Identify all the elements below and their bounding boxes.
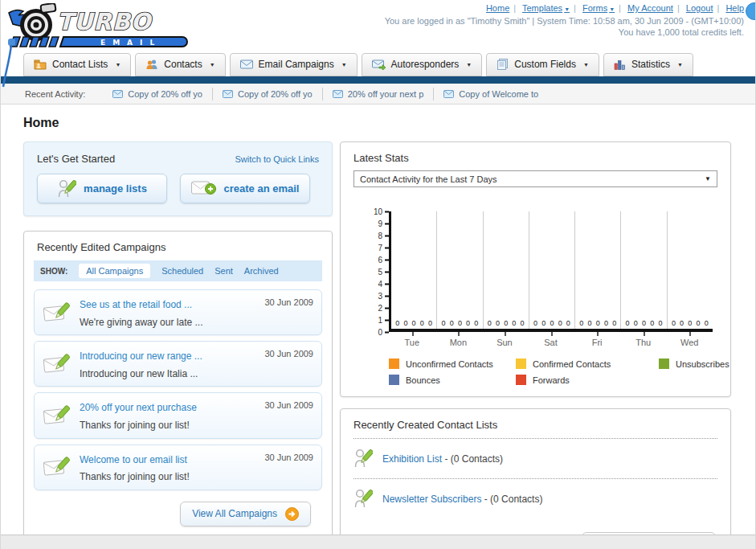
- envelope-plus-icon: [191, 180, 217, 198]
- chart-y-tick: 9: [378, 219, 389, 228]
- chart-value-label: 0: [504, 319, 508, 327]
- recent-activity-item[interactable]: Copy of 20% off yo: [103, 88, 213, 100]
- chart-y-tick: 6: [378, 256, 389, 264]
- pages-icon: [497, 59, 509, 70]
- campaign-date: 30 Jun 2009: [264, 346, 313, 358]
- chart-value-label: 0: [680, 319, 684, 327]
- latest-stats-title: Latest Stats: [353, 152, 717, 164]
- link-separator: |: [513, 3, 516, 13]
- tab-contacts[interactable]: Contacts ▼: [135, 53, 225, 76]
- chart-value-label: 0: [566, 319, 570, 327]
- contact-list-count: - (0 Contacts): [484, 494, 543, 505]
- campaign-title-link[interactable]: Introducing our new range ...: [80, 350, 202, 362]
- filter-all-campaigns[interactable]: All Campaigns: [79, 264, 150, 278]
- tab-label: Custom Fields: [514, 59, 576, 70]
- tab-autoresponders[interactable]: Autoresponders ▼: [362, 53, 483, 76]
- view-all-campaigns-button[interactable]: View All Campaigns: [180, 502, 311, 526]
- chart-group: 00000: [391, 211, 437, 329]
- tab-statistics[interactable]: Statistics ▼: [603, 53, 693, 76]
- chart-x-label: Sat: [528, 332, 574, 347]
- caret-down-icon: ▼: [583, 62, 589, 68]
- login-status-text: You are logged in as "Timothy Smith" | S…: [385, 16, 744, 26]
- campaign-date: 30 Jun 2009: [264, 295, 313, 307]
- contact-list-item[interactable]: Newsletter Subscribers - (0 Contacts): [353, 486, 717, 511]
- filter-scheduled[interactable]: Scheduled: [161, 266, 203, 276]
- chart-group: 00000: [575, 211, 621, 329]
- contact-folder-icon: [34, 59, 47, 70]
- nav-divider-bar: [1, 76, 755, 84]
- create-email-label: create an email: [224, 182, 300, 195]
- chart-value-label: 0: [395, 319, 399, 327]
- chart-x-labels: TueMonSunSatFriThuWed: [389, 332, 713, 347]
- top-link-my-account[interactable]: My Account: [627, 3, 673, 13]
- right-column: Latest Stats Contact Activity for the La…: [340, 141, 731, 549]
- dotted-divider: [353, 438, 717, 439]
- envelope-icon: [443, 90, 454, 98]
- campaign-title-link[interactable]: Welcome to our email list: [80, 454, 187, 465]
- legend-item: Unsubscribes: [659, 358, 729, 369]
- chart-value-label: 0: [596, 319, 600, 327]
- top-link-help[interactable]: Help: [725, 3, 744, 13]
- top-link-templates[interactable]: Templates▼: [522, 3, 570, 13]
- campaign-title-link[interactable]: 20% off your next purchase: [80, 402, 197, 413]
- campaign-row[interactable]: 20% off your next purchase Thanks for jo…: [34, 392, 322, 438]
- campaign-row[interactable]: Introducing our new range ... Introducin…: [34, 341, 322, 387]
- create-email-button[interactable]: create an email: [180, 174, 310, 203]
- campaign-subtitle: Thanks for joining our list!: [80, 420, 190, 431]
- caret-down-icon: ▼: [466, 62, 472, 68]
- chart-value-label: 0: [604, 319, 608, 327]
- activity-item-label: Copy of 20% off yo: [238, 89, 313, 99]
- manage-lists-button[interactable]: manage lists: [37, 174, 167, 203]
- stats-dropdown-value: Contact Activity for the Last 7 Days: [360, 174, 497, 184]
- left-column: Let's Get Started Switch to Quick Links …: [23, 141, 333, 540]
- recent-activity-item[interactable]: Copy of Welcome to: [434, 88, 548, 100]
- legend-item: Confirmed Contacts: [516, 358, 659, 369]
- filter-archived[interactable]: Archived: [244, 266, 279, 276]
- envelope-icon: [240, 59, 253, 69]
- chart-x-label: Wed: [666, 332, 713, 347]
- page-footer-strip: [1, 535, 755, 549]
- chart-y-tick: 10: [374, 207, 389, 216]
- chart-x-label: Sun: [481, 332, 528, 347]
- legend-swatch: [389, 375, 399, 385]
- tab-label: Contacts: [164, 59, 202, 70]
- top-link-forms[interactable]: Forms▼: [582, 3, 615, 13]
- campaign-row[interactable]: See us at the retail food ... We're givi…: [34, 289, 322, 335]
- view-all-campaigns-label: View All Campaigns: [192, 508, 277, 519]
- campaign-date: 30 Jun 2009: [264, 398, 313, 410]
- envelope-pencil-icon: [43, 404, 72, 427]
- contact-list-item[interactable]: Exhibition List - (0 Contacts): [353, 446, 717, 471]
- page-title: Home: [23, 116, 731, 130]
- chart-value-label: 0: [579, 319, 583, 327]
- manage-lists-label: manage lists: [84, 182, 147, 195]
- chart-value-label: 0: [533, 319, 537, 327]
- tab-contact-lists[interactable]: Contact Lists ▼: [23, 53, 131, 76]
- contact-list-link[interactable]: Newsletter Subscribers: [382, 494, 481, 505]
- link-separator: |: [677, 3, 680, 13]
- recent-activity-item[interactable]: 20% off your next p: [323, 88, 435, 100]
- chart-x-label: Thu: [620, 332, 667, 347]
- envelope-pencil-icon: [43, 301, 72, 324]
- chart-value-label: 0: [412, 319, 416, 327]
- recent-activity-item[interactable]: Copy of 20% off yo: [213, 88, 323, 100]
- tab-custom-fields[interactable]: Custom Fields ▼: [486, 53, 599, 76]
- envelope-pencil-icon: [43, 456, 72, 478]
- filter-sent[interactable]: Sent: [215, 266, 233, 276]
- legend-swatch: [389, 358, 399, 369]
- contact-activity-chart: 109876543210 000000000000000000000000000…: [357, 211, 713, 385]
- top-link-home[interactable]: Home: [486, 3, 509, 13]
- credits-text: You have 1,000 total credits left.: [385, 27, 744, 37]
- person-pencil-icon: [353, 488, 373, 510]
- campaign-title-link[interactable]: See us at the retail food ...: [80, 299, 192, 310]
- switch-quick-links[interactable]: Switch to Quick Links: [235, 154, 319, 164]
- tab-email-campaigns[interactable]: Email Campaigns ▼: [230, 53, 358, 76]
- stats-dropdown[interactable]: Contact Activity for the Last 7 Days ▼: [353, 170, 717, 187]
- chart-value-label: 0: [588, 319, 592, 327]
- legend-swatch: [516, 375, 526, 385]
- chart-value-label: 0: [420, 319, 424, 327]
- top-link-logout[interactable]: Logout: [686, 3, 713, 13]
- chart-y-tick: 1: [378, 316, 389, 325]
- contact-list-link[interactable]: Exhibition List: [382, 453, 442, 465]
- campaign-row[interactable]: Welcome to our email list Thanks for joi…: [34, 445, 322, 490]
- campaign-list: See us at the retail food ... We're givi…: [34, 289, 322, 490]
